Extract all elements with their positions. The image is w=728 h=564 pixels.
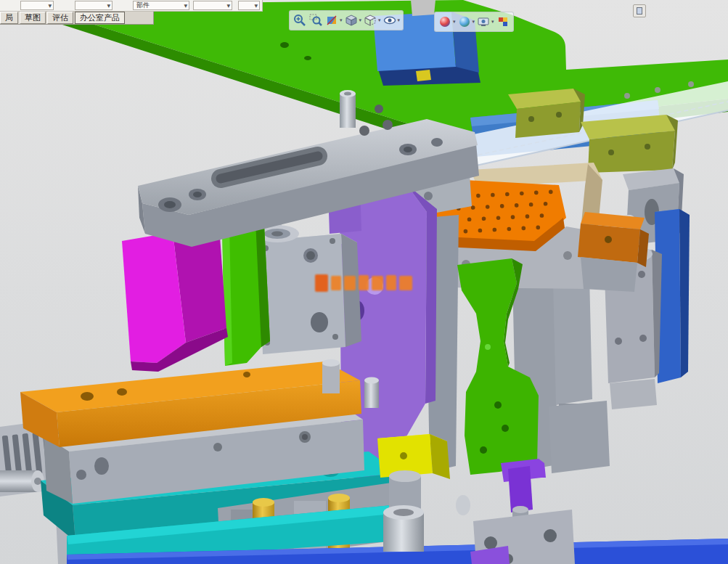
section-view-icon[interactable] [324, 13, 339, 28]
apply-scene-icon[interactable] [457, 15, 472, 29]
toolbar-dropdown-2[interactable]: ▼ [75, 1, 113, 10]
toolbar-dropdown-4[interactable]: ▼ [238, 1, 260, 10]
tab-evaluate[interactable]: 评估 [47, 12, 73, 24]
olive-block-large[interactable] [581, 115, 678, 173]
chevron-down-icon[interactable]: ▾ [398, 17, 401, 23]
view-settings-icon[interactable] [476, 15, 491, 29]
chevron-down-icon[interactable]: ▾ [491, 19, 494, 25]
chevron-down-icon[interactable]: ▾ [453, 19, 456, 25]
tab-layout[interactable]: 局 [0, 12, 18, 24]
command-manager-tabs: 局 草图 评估 办公室产品 [0, 12, 154, 25]
mini-toolbar-icon[interactable] [633, 4, 646, 17]
chevron-down-icon: ▼ [184, 1, 187, 9]
chevron-down-icon[interactable]: ▾ [378, 17, 381, 23]
document-icon [637, 7, 642, 15]
options-icon[interactable] [496, 15, 510, 29]
chevron-down-icon[interactable]: ▾ [473, 19, 475, 25]
chevron-down-icon: ▼ [48, 1, 52, 9]
solidworks-window: ▼ ▼ 部件▼ ▼ ▼ 局 草图 评估 办公室产品 ▾ ▾ ▾ ▾ ▾ ▾ ▾ [0, 0, 728, 564]
tab-sketch[interactable]: 草图 [20, 12, 46, 24]
tab-office-products[interactable]: 办公室产品 [75, 12, 125, 24]
zoom-fit-icon[interactable] [293, 13, 307, 28]
chevron-down-icon[interactable]: ▾ [359, 17, 362, 23]
green-clamp-bar[interactable] [222, 221, 270, 366]
edit-appearance-icon[interactable] [438, 15, 452, 29]
view-orientation-icon[interactable] [344, 13, 359, 28]
chevron-down-icon: ▼ [226, 1, 230, 9]
heads-up-view-toolbar: ▾ ▾ ▾ ▾ [289, 10, 404, 30]
chevron-down-icon: ▼ [254, 1, 258, 9]
hide-show-items-icon[interactable] [383, 13, 397, 28]
display-style-icon[interactable] [363, 13, 377, 28]
olive-block-small[interactable] [508, 89, 585, 138]
parts-dropdown-label: 部件 [136, 1, 150, 9]
chevron-down-icon[interactable]: ▾ [340, 17, 343, 23]
ribbon-toolbar-row: ▼ ▼ 部件▼ ▼ ▼ [0, 0, 263, 12]
toolbar-dropdown-3[interactable]: ▼ [193, 1, 232, 10]
3d-viewport[interactable] [0, 0, 728, 564]
toolbar-dropdown-1[interactable]: ▼ [20, 1, 54, 10]
toolbar-dropdown-parts[interactable]: 部件▼ [133, 1, 189, 10]
chevron-down-icon: ▼ [107, 1, 110, 9]
zoom-area-icon[interactable] [308, 13, 323, 28]
appearance-toolbar: ▾ ▾ ▾ [434, 12, 514, 32]
